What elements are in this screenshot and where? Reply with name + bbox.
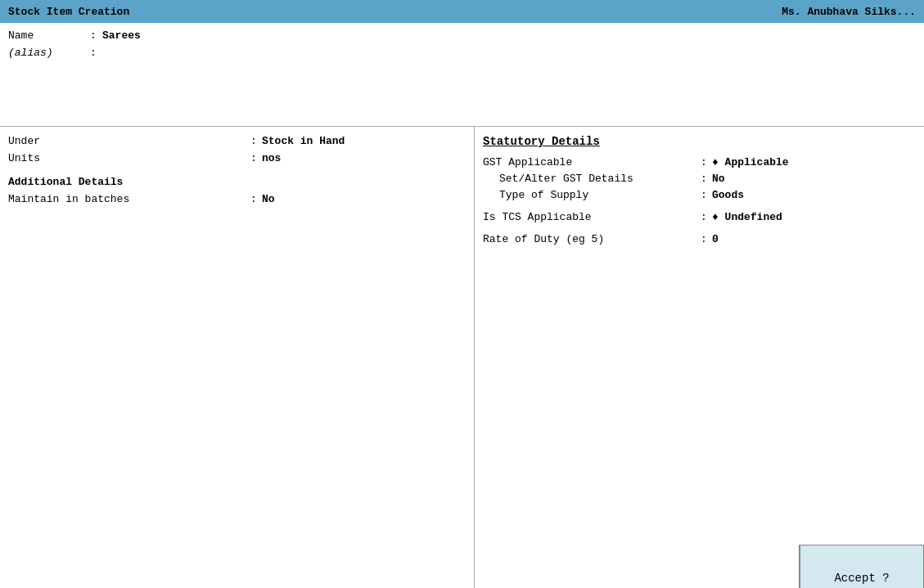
under-label: Under	[8, 135, 246, 147]
units-value: nos	[262, 152, 281, 164]
maintain-colon: :	[246, 193, 262, 205]
set-alter-row: Set/Alter GST Details : No	[483, 173, 916, 185]
name-row: Name : Sarees	[8, 29, 916, 42]
tcs-label: Is TCS Applicable	[483, 211, 696, 223]
set-alter-value: No	[712, 173, 725, 185]
rate-of-duty-value: 0	[712, 233, 719, 245]
rate-of-duty-colon: :	[696, 233, 712, 245]
type-of-supply-value: Goods	[712, 189, 744, 201]
type-of-supply-row: Type of Supply : Goods	[483, 189, 916, 201]
right-panel: Statutory Details GST Applicable : ♦ App…	[475, 127, 924, 588]
gst-applicable-row: GST Applicable : ♦ Applicable	[483, 156, 916, 168]
spacer	[0, 69, 924, 126]
gst-applicable-value: ♦ Applicable	[712, 156, 789, 168]
rate-of-duty-label: Rate of Duty (eg 5)	[483, 233, 696, 245]
gst-applicable-label: GST Applicable	[483, 156, 696, 168]
tcs-value: ♦ Undefined	[712, 211, 782, 223]
maintain-label: Maintain in batches	[8, 193, 246, 205]
alias-colon: :	[90, 47, 102, 59]
left-panel: Under : Stock in Hand Units : nos Additi…	[0, 127, 475, 588]
type-of-supply-label: Type of Supply	[483, 189, 696, 201]
accept-title: Accept ?	[834, 572, 889, 585]
gst-applicable-colon: :	[696, 156, 712, 168]
rate-of-duty-row: Rate of Duty (eg 5) : 0	[483, 233, 916, 245]
units-row: Units : nos	[8, 152, 466, 164]
under-row: Under : Stock in Hand	[8, 135, 466, 147]
statutory-title: Statutory Details	[483, 135, 916, 148]
type-of-supply-colon: :	[696, 189, 712, 201]
accept-dialog: Accept ? Yes or No	[799, 545, 924, 588]
units-label: Units	[8, 152, 246, 164]
name-value: Sarees	[102, 29, 141, 42]
name-label: Name	[8, 29, 90, 42]
set-alter-colon: :	[696, 173, 712, 185]
main-content: Under : Stock in Hand Units : nos Additi…	[0, 127, 924, 588]
under-colon: :	[246, 135, 262, 147]
tcs-row: Is TCS Applicable : ♦ Undefined	[483, 211, 916, 223]
page-title: Stock Item Creation	[8, 6, 129, 18]
maintain-value: No	[262, 193, 275, 205]
under-value: Stock in Hand	[262, 135, 345, 147]
alias-row: (alias) :	[8, 47, 916, 59]
header-bar: Stock Item Creation Ms. Anubhava Silks..…	[0, 0, 924, 23]
units-colon: :	[246, 152, 262, 164]
set-alter-label: Set/Alter GST Details	[483, 173, 696, 185]
company-name: Ms. Anubhava Silks...	[782, 6, 916, 18]
alias-label: (alias)	[8, 47, 90, 59]
tcs-colon: :	[696, 211, 712, 223]
maintain-row: Maintain in batches : No	[8, 193, 466, 205]
additional-details-title: Additional Details	[8, 176, 466, 188]
name-colon: :	[90, 29, 102, 42]
name-section: Name : Sarees (alias) :	[0, 23, 924, 69]
